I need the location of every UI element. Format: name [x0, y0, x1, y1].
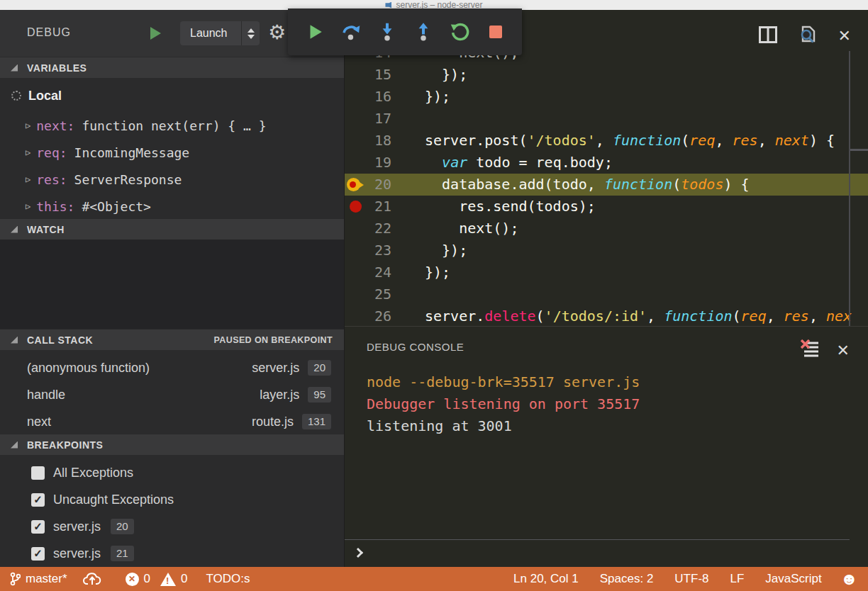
todo-item[interactable]: TODO:s [206, 572, 250, 586]
editor-actions: ✕ [759, 24, 851, 48]
breakpoint-row[interactable]: ✓server.js20 [0, 514, 344, 539]
line-text: }); [425, 86, 450, 108]
expand-arrow-icon[interactable]: ▷ [26, 174, 30, 184]
variable-row[interactable]: ▷req:IncomingMessage [0, 140, 344, 164]
debug-console-panel: DEBUG CONSOLE ✕ node --debug-brk=35517 s… [345, 326, 868, 567]
code-token: function [613, 132, 681, 149]
code-line[interactable]: 15 }); [345, 64, 868, 86]
frame-location: server.js20 [252, 360, 331, 376]
variable-row[interactable]: ▷res:ServerResponse [0, 167, 344, 191]
breakpoint-row[interactable]: ✓All Exceptions [0, 461, 344, 485]
line-number-badge: 20 [308, 360, 331, 376]
stack-frame-row[interactable]: nextroute.js131 [0, 410, 344, 434]
variables-section-header[interactable]: VARIABLES [0, 57, 344, 78]
variable-row[interactable]: ▷next:function next(err) { … } [0, 113, 344, 137]
breakpoint-label: Uncaught Exceptions [53, 492, 174, 507]
pause-status-badge: PAUSED ON BREAKPOINT [213, 335, 333, 345]
code-line[interactable]: 22 next(); [345, 218, 868, 240]
code-line[interactable]: 19 var todo = req.body; [345, 152, 868, 174]
stack-frame-row[interactable]: handlelayer.js95 [0, 383, 344, 407]
restart-icon[interactable] [449, 21, 470, 43]
stop-icon[interactable] [485, 21, 506, 43]
close-icon[interactable]: ✕ [838, 27, 851, 45]
branch-label: master* [26, 572, 67, 586]
step-into-icon[interactable] [377, 21, 398, 43]
feedback-smiley-icon[interactable]: ☻ [840, 570, 858, 587]
frame-location: route.js131 [252, 414, 331, 429]
line-text: }); [425, 64, 467, 86]
cloud-upload-icon [83, 571, 101, 587]
breakpoint-row[interactable]: ✓server.js21 [0, 541, 344, 565]
close-icon[interactable]: ✕ [837, 342, 850, 360]
step-over-icon[interactable] [340, 21, 362, 43]
loading-spinner-icon [11, 91, 21, 101]
code-line[interactable]: 25 [345, 283, 868, 305]
line-number: 15 [345, 64, 391, 86]
code-line[interactable]: 26server.delete('/todos/:id', function(r… [345, 305, 868, 326]
scope-label: Local [28, 89, 62, 103]
code-token [425, 154, 442, 171]
gear-icon[interactable]: ⚙ [268, 21, 286, 45]
console-output: node --debug-brk=35517 server.jsDebugger… [367, 371, 640, 437]
line-number: 16 [345, 86, 391, 108]
code-line[interactable]: 24}); [345, 261, 868, 283]
line-number-badge: 131 [302, 414, 331, 429]
launch-config-select[interactable]: Launch [180, 21, 260, 45]
line-number: 18 [345, 130, 391, 152]
callstack-section-header[interactable]: CALL STACK PAUSED ON BREAKPOINT [0, 329, 344, 350]
errors-item[interactable]: 0 [126, 572, 150, 586]
line-number-badge: 20 [111, 519, 134, 534]
clear-console-icon[interactable] [800, 339, 820, 362]
cursor-position-item[interactable]: Ln 20, Col 1 [513, 572, 579, 586]
variable-name: next: [36, 118, 74, 133]
watch-header-label: WATCH [27, 224, 65, 235]
code-line[interactable]: 16}); [345, 86, 868, 108]
watch-list [0, 240, 344, 329]
scope-row-local[interactable]: Local [0, 84, 344, 108]
breakpoint-checkbox[interactable]: ✓ [31, 547, 45, 561]
code-line[interactable]: 20 database.add(todo, function(todos) { [345, 174, 868, 196]
sync-item[interactable] [83, 571, 101, 587]
expand-arrow-icon[interactable]: ▷ [26, 147, 30, 157]
code-editor[interactable]: 14 next();15 });16});1718server.post('/t… [345, 10, 868, 326]
twistie-icon [11, 64, 18, 72]
encoding-item[interactable]: UTF-8 [674, 572, 708, 586]
code-line[interactable]: 21 res.send(todos); [345, 196, 868, 218]
language-mode-item[interactable]: JavaScript [765, 572, 821, 586]
split-pane-divider [850, 149, 868, 151]
code-token: ( [672, 176, 681, 193]
editor-scrollbar[interactable] [849, 51, 850, 326]
frame-file: route.js [252, 415, 294, 429]
watch-section-header[interactable]: WATCH [0, 218, 344, 240]
expand-arrow-icon[interactable]: ▷ [26, 201, 30, 211]
select-carets-icon [241, 21, 260, 45]
code-token: next [775, 132, 809, 149]
git-branch-item[interactable]: master* [10, 572, 67, 586]
breakpoint-row[interactable]: ✓Uncaught Exceptions [0, 488, 344, 512]
variable-name: this: [36, 199, 74, 214]
line-number: 25 [345, 283, 391, 305]
console-prompt-icon[interactable] [353, 548, 363, 558]
code-token: function [664, 308, 732, 325]
continue-icon[interactable] [304, 21, 326, 43]
code-line[interactable]: 18server.post('/todos', function(req, re… [345, 130, 868, 152]
breakpoint-checkbox[interactable]: ✓ [31, 493, 45, 507]
eol-item[interactable]: LF [730, 572, 745, 586]
breakpoint-checkbox[interactable]: ✓ [31, 466, 45, 480]
warnings-item[interactable]: 0 [160, 572, 187, 586]
vscode-window: server.js – node-server DEBUG Launch ⚙ V… [0, 0, 868, 591]
stack-frame-row[interactable]: (anonymous function)server.js20 [0, 356, 344, 380]
start-debug-icon[interactable] [150, 27, 161, 40]
code-line[interactable]: 17 [345, 108, 868, 130]
line-text: res.send(todos); [425, 196, 596, 218]
breakpoints-section-header[interactable]: BREAKPOINTS [0, 434, 344, 455]
indentation-item[interactable]: Spaces: 2 [600, 572, 654, 586]
step-out-icon[interactable] [413, 21, 434, 43]
debug-toolbar [288, 9, 522, 55]
code-line[interactable]: 23 }); [345, 240, 868, 261]
variable-row[interactable]: ▷this:#<Object> [0, 194, 344, 218]
breakpoint-checkbox[interactable]: ✓ [31, 520, 45, 534]
search-in-file-icon[interactable] [797, 24, 818, 48]
split-editor-icon[interactable] [759, 26, 777, 46]
expand-arrow-icon[interactable]: ▷ [26, 120, 30, 130]
